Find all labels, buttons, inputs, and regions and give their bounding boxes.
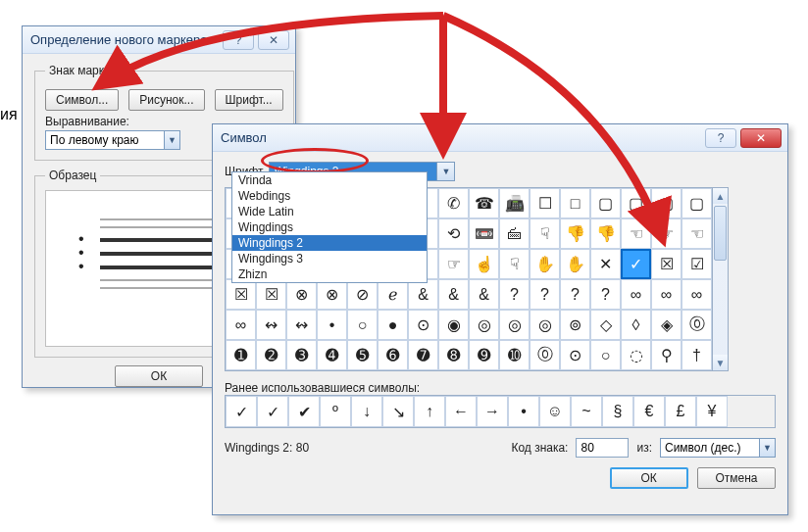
symbol-cell[interactable]: ? xyxy=(590,279,621,310)
symbol-cell[interactable]: ∞ xyxy=(651,279,682,310)
symbol-cancel-button[interactable]: Отмена xyxy=(697,467,776,489)
symbol-cell[interactable]: ⊙ xyxy=(560,340,590,370)
symbol-cell[interactable]: ⊘ xyxy=(347,279,378,310)
font-option[interactable]: Wide Latin xyxy=(232,204,427,219)
symbol-cell[interactable]: ∞ xyxy=(682,279,712,310)
symbol-cell[interactable]: ➋ xyxy=(256,340,286,370)
char-code-input[interactable] xyxy=(576,438,629,458)
font-option[interactable]: Zhizn xyxy=(232,266,427,282)
font-option[interactable]: Wingdings 2 xyxy=(232,235,427,251)
symbol-cell[interactable]: ◎ xyxy=(530,310,560,340)
recent-symbol-cell[interactable]: ☺ xyxy=(539,396,571,427)
symbol-cell[interactable]: ◈ xyxy=(651,310,682,340)
symbol-cell[interactable]: 📼 xyxy=(469,218,499,249)
bullet-close-button[interactable]: ✕ xyxy=(258,30,289,50)
recent-symbol-cell[interactable]: → xyxy=(477,396,508,427)
from-select-value[interactable] xyxy=(661,439,759,457)
symbol-cell[interactable]: ⓪ xyxy=(530,340,560,370)
symbol-cell[interactable]: ● xyxy=(378,310,408,340)
symbol-cell[interactable]: ☐ xyxy=(530,188,560,218)
bullet-dialog-titlebar[interactable]: Определение нового маркера ? ✕ xyxy=(23,26,295,54)
recent-symbol-cell[interactable]: § xyxy=(602,396,633,427)
symbol-cell[interactable]: 👎 xyxy=(590,218,621,249)
font-option[interactable]: Webdings xyxy=(232,188,427,204)
symbol-cell[interactable]: ➒ xyxy=(469,340,499,370)
symbol-cell[interactable]: ➊ xyxy=(226,340,256,370)
symbol-cell[interactable]: ➑ xyxy=(438,340,469,370)
symbol-cell[interactable]: ➐ xyxy=(408,340,438,370)
symbol-cell[interactable]: ◎ xyxy=(469,310,499,340)
recent-symbols[interactable]: ✓✓✔º↓↘↑←→•☺~§€£¥ xyxy=(225,395,776,428)
recent-symbol-cell[interactable]: ↘ xyxy=(382,396,414,427)
recent-symbol-cell[interactable]: £ xyxy=(665,396,696,427)
recent-symbol-cell[interactable]: º xyxy=(320,396,351,427)
symbol-button[interactable]: Символ... xyxy=(45,89,119,111)
symbol-cell[interactable]: ☞ xyxy=(651,218,682,249)
symbol-cell[interactable]: □ xyxy=(560,188,590,218)
scroll-up-icon[interactable]: ▲ xyxy=(713,188,728,204)
symbol-dialog-titlebar[interactable]: Символ ? ✕ xyxy=(213,124,787,152)
symbol-cell[interactable]: ⟲ xyxy=(438,218,469,249)
symbol-cell[interactable]: ➓ xyxy=(499,340,530,370)
recent-symbol-cell[interactable]: ¥ xyxy=(696,396,728,427)
symbol-cell[interactable]: ▢ xyxy=(682,188,712,218)
font-option[interactable]: Wingdings 3 xyxy=(232,251,427,266)
recent-symbol-cell[interactable]: ~ xyxy=(571,396,602,427)
symbol-cell[interactable]: ⊚ xyxy=(560,310,590,340)
symbol-close-button[interactable]: ✕ xyxy=(740,128,782,148)
symbol-cell[interactable]: ▢ xyxy=(590,188,621,218)
symbol-cell[interactable]: ➎ xyxy=(347,340,378,370)
symbol-cell[interactable]: ✕ xyxy=(590,249,621,279)
symbol-cell[interactable]: ▢ xyxy=(621,188,651,218)
symbol-cell[interactable]: ☒ xyxy=(226,279,256,310)
recent-symbol-cell[interactable]: ↑ xyxy=(414,396,445,427)
symbol-cell[interactable]: & xyxy=(469,279,499,310)
symbol-cell[interactable]: ☒ xyxy=(651,249,682,279)
symbol-cell[interactable]: ➍ xyxy=(317,340,347,370)
symbol-cell[interactable]: ○ xyxy=(590,340,621,370)
symbol-cell[interactable]: ☒ xyxy=(256,279,286,310)
from-select[interactable]: ▼ xyxy=(660,438,776,458)
symbol-cell[interactable]: ⊗ xyxy=(317,279,347,310)
recent-symbol-cell[interactable]: ✓ xyxy=(257,396,288,427)
symbol-grid-scrollbar[interactable]: ▲ ▼ xyxy=(713,187,729,371)
symbol-cell[interactable]: 🖮 xyxy=(499,218,530,249)
symbol-cell[interactable]: & xyxy=(408,279,438,310)
symbol-cell[interactable]: ☟ xyxy=(499,249,530,279)
symbol-cell[interactable]: ↭ xyxy=(256,310,286,340)
symbol-cell[interactable]: ✆ xyxy=(438,188,469,218)
symbol-cell[interactable]: ⊙ xyxy=(408,310,438,340)
symbol-cell[interactable]: ☑ xyxy=(682,249,712,279)
recent-symbol-cell[interactable]: € xyxy=(633,396,665,427)
recent-symbol-cell[interactable]: ← xyxy=(445,396,477,427)
symbol-cell[interactable]: ◊ xyxy=(621,310,651,340)
symbol-cell[interactable]: ○ xyxy=(347,310,378,340)
font-button[interactable]: Шрифт... xyxy=(215,89,283,111)
font-option[interactable]: Vrinda xyxy=(232,172,427,188)
symbol-cell[interactable]: ☝ xyxy=(469,249,499,279)
picture-button[interactable]: Рисунок... xyxy=(128,89,204,111)
symbol-cell[interactable]: ↭ xyxy=(286,310,317,340)
symbol-cell[interactable]: 📠 xyxy=(499,188,530,218)
bullet-ok-button[interactable]: ОК xyxy=(115,365,203,387)
scroll-thumb[interactable] xyxy=(714,206,727,261)
symbol-cell[interactable]: ☜ xyxy=(621,218,651,249)
symbol-cell[interactable]: ✓ xyxy=(621,249,651,279)
symbol-cell[interactable]: ☟ xyxy=(530,218,560,249)
symbol-cell[interactable]: ▢ xyxy=(651,188,682,218)
symbol-cell[interactable]: ⓪ xyxy=(682,310,712,340)
symbol-cell[interactable]: ∞ xyxy=(621,279,651,310)
symbol-cell[interactable]: ℯ xyxy=(378,279,408,310)
symbol-cell[interactable]: ☜ xyxy=(682,218,712,249)
recent-symbol-cell[interactable]: ✓ xyxy=(226,396,257,427)
symbol-cell[interactable]: ☎ xyxy=(469,188,499,218)
scroll-down-icon[interactable]: ▼ xyxy=(713,355,728,370)
alignment-value[interactable] xyxy=(46,131,164,149)
symbol-cell[interactable]: & xyxy=(438,279,469,310)
font-dropdown-list[interactable]: VrindaWebdingsWide LatinWingdingsWingdin… xyxy=(231,171,428,283)
symbol-cell[interactable]: ✋ xyxy=(560,249,590,279)
symbol-cell[interactable]: ? xyxy=(499,279,530,310)
symbol-cell[interactable]: • xyxy=(317,310,347,340)
recent-symbol-cell[interactable]: ✔ xyxy=(288,396,320,427)
symbol-cell[interactable]: ⚲ xyxy=(651,340,682,370)
